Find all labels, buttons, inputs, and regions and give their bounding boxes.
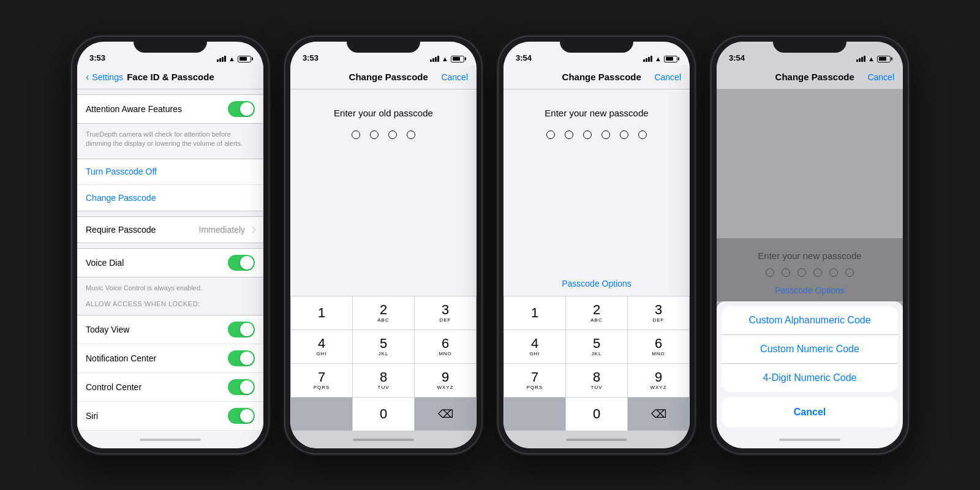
voice-dial-row: Voice Dial (77, 249, 263, 277)
status-time-2: 3:53 (303, 53, 318, 62)
require-passcode-row[interactable]: Require Passcode Immediately (77, 217, 263, 243)
key-2-3[interactable]: 3DEF (415, 296, 476, 330)
nav-title-4: Change Passcode (775, 72, 854, 82)
bottom-bar-4 (717, 431, 903, 448)
key-2-0[interactable]: 0 (353, 398, 414, 431)
passcode-screen-2: Enter your old passcode (290, 89, 477, 296)
key-2-5[interactable]: 5JKL (353, 330, 414, 363)
wifi-icon-3: ▲ (655, 55, 662, 62)
dot-2-2 (370, 130, 379, 139)
status-icons-1: ▲ (217, 55, 251, 62)
passcode-prompt-3: Enter your new passcode (503, 89, 690, 128)
signal-bars-2 (430, 56, 439, 62)
access-today-view: Today View (77, 315, 263, 344)
signal-bars-4 (856, 56, 865, 62)
allow-access-header: ALLOW ACCESS WHEN LOCKED: (77, 298, 263, 310)
nav-bar-2: Change Passcode Cancel (290, 65, 477, 89)
key-3-1[interactable]: 1 (504, 296, 565, 330)
key-2-7[interactable]: 7PQRS (291, 364, 352, 397)
nav-bar-4: Change Passcode Cancel (717, 65, 903, 89)
passcode-screen-3: Enter your new passcode Passcode Options (503, 89, 690, 296)
home-indicator-2 (353, 439, 414, 441)
phone-2: 3:53 ▲ Change Passcode Cancel Enter your (285, 37, 481, 453)
access-control-center: Control Center (77, 373, 263, 402)
bottom-bar-3 (503, 431, 690, 448)
nav-title-3: Change Passcode (562, 72, 641, 82)
voice-dial-group: Voice Dial (77, 248, 263, 277)
key-2-empty (291, 398, 352, 431)
phone-3: 3:54 ▲ Change Passcode Cancel Enter your (499, 37, 695, 453)
passcode-prompt-2: Enter your old passcode (290, 89, 477, 128)
key-2-1[interactable]: 1 (291, 296, 352, 330)
numpad-3: 1 2ABC 3DEF 4GHI 5JKL 6MNO 7PQRS 8TUV 9W… (503, 296, 690, 431)
signal-bars-1 (217, 56, 226, 62)
cancel-button-2[interactable]: Cancel (441, 72, 468, 82)
notch-2 (347, 37, 420, 53)
passcode-dots-3 (503, 128, 690, 149)
action-4digit-numeric[interactable]: 4-Digit Numeric Code (722, 364, 898, 392)
key-3-6[interactable]: 6MNO (628, 330, 689, 363)
key-2-8[interactable]: 8TUV (353, 364, 414, 397)
notch-4 (773, 37, 846, 53)
notch-3 (560, 37, 633, 53)
key-3-8[interactable]: 8TUV (566, 364, 627, 397)
action-sheet-overlay: Enter your new passcode Passcode Options… (717, 89, 903, 431)
status-time-1: 3:53 (89, 53, 105, 62)
key-3-3[interactable]: 3DEF (628, 296, 689, 330)
require-passcode-chevron (249, 226, 255, 233)
voice-dial-toggle[interactable] (228, 255, 255, 271)
key-3-0[interactable]: 0 (566, 398, 627, 431)
turn-passcode-off-link[interactable]: Turn Passcode Off (77, 159, 263, 185)
key-2-6[interactable]: 6MNO (415, 330, 476, 363)
key-3-9[interactable]: 9WXYZ (628, 364, 689, 397)
key-2-del[interactable]: ⌫ (415, 398, 476, 431)
dot-3-4 (601, 130, 610, 139)
passcode-prompt-4: Enter your new passcode (758, 251, 861, 261)
siri-label: Siri (86, 411, 228, 421)
attention-group: Attention Aware Features (77, 94, 263, 124)
voice-dial-desc: Music Voice Control is always enabled. (77, 282, 263, 298)
settings-content-1: Attention Aware Features TrueDepth camer… (77, 89, 263, 431)
require-passcode-label: Require Passcode (86, 225, 199, 235)
key-2-9[interactable]: 9WXYZ (415, 364, 476, 397)
action-custom-numeric[interactable]: Custom Numeric Code (722, 335, 898, 364)
action-sheet: Custom Alphanumeric Code Custom Numeric … (717, 301, 903, 431)
control-center-toggle[interactable] (228, 379, 255, 395)
phone-4: 3:54 ▲ Change Passcode Cancel (712, 37, 908, 453)
notification-center-toggle[interactable] (228, 350, 255, 366)
battery-icon-2 (451, 56, 464, 62)
today-view-toggle[interactable] (228, 322, 255, 337)
screen-4: 3:54 ▲ Change Passcode Cancel (717, 42, 903, 448)
attention-toggle[interactable] (228, 101, 255, 117)
attention-desc: TrueDepth camera will check for attentio… (77, 129, 263, 154)
nav-title-1: Face ID & Passcode (127, 72, 214, 82)
cancel-button-4[interactable]: Cancel (867, 72, 894, 82)
key-2-4[interactable]: 4GHI (291, 330, 352, 363)
dot-3-3 (583, 130, 592, 139)
status-time-3: 3:54 (516, 53, 532, 62)
action-custom-alphanumeric[interactable]: Custom Alphanumeric Code (722, 306, 898, 335)
attention-row: Attention Aware Features (77, 95, 263, 123)
key-3-del[interactable]: ⌫ (628, 398, 689, 431)
action-sheet-cancel[interactable]: Cancel (722, 397, 898, 428)
key-2-2[interactable]: 2ABC (353, 296, 414, 330)
siri-toggle[interactable] (228, 408, 255, 424)
key-3-empty (504, 398, 565, 431)
passcode-options-3[interactable]: Passcode Options (503, 274, 690, 296)
battery-icon-3 (664, 56, 677, 62)
dot-3-2 (565, 130, 573, 139)
key-3-7[interactable]: 7PQRS (504, 364, 565, 397)
battery-icon-4 (877, 56, 891, 62)
voice-dial-label: Voice Dial (86, 258, 228, 268)
key-3-4[interactable]: 4GHI (504, 330, 565, 363)
change-passcode-link[interactable]: Change Passcode (77, 185, 263, 211)
passcode-options-link-4: Passcode Options (775, 285, 845, 295)
key-3-2[interactable]: 2ABC (566, 296, 627, 330)
status-icons-4: ▲ (856, 55, 891, 62)
wifi-icon-4: ▲ (868, 55, 875, 62)
access-items-group: Today View Notification Center Control C… (77, 315, 263, 431)
battery-icon-1 (238, 56, 251, 62)
cancel-button-3[interactable]: Cancel (654, 72, 681, 82)
key-3-5[interactable]: 5JKL (566, 330, 627, 363)
back-button-1[interactable]: ‹ Settings (86, 72, 123, 83)
